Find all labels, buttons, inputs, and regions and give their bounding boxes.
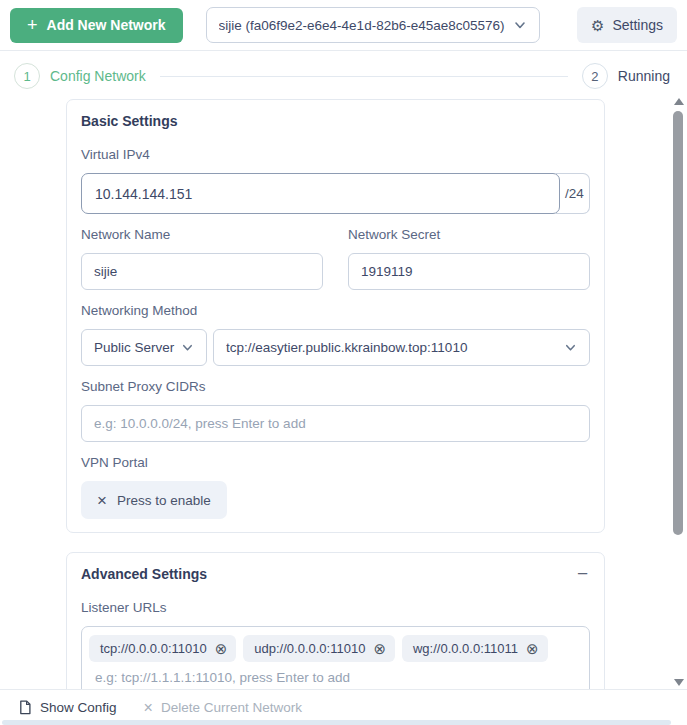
network-name-input[interactable] — [81, 253, 323, 290]
minus-icon: − — [577, 563, 588, 584]
vpn-portal-button-label: Press to enable — [117, 493, 211, 508]
vertical-scrollbar — [672, 94, 686, 689]
listener-chip-label: udp://0.0.0.0:11010 — [254, 641, 365, 656]
chevron-down-icon — [513, 18, 527, 32]
ipv4-prefix-addon: /24 — [556, 173, 590, 214]
top-toolbar: + Add New Network sijie (fa06f9e2-e6e4-4… — [0, 0, 687, 51]
network-secret-input[interactable] — [348, 253, 590, 290]
scroll-up-arrow-icon[interactable] — [674, 98, 684, 105]
remove-chip-icon[interactable]: ⊗ — [215, 641, 228, 656]
advanced-settings-card: Advanced Settings − Listener URLs tcp://… — [66, 552, 605, 689]
chevron-down-icon — [181, 341, 194, 354]
step1-label: Config Network — [50, 68, 146, 84]
listener-chip-label: wg://0.0.0.0:11011 — [413, 641, 518, 656]
delete-network-label: Delete Current Network — [161, 700, 302, 715]
listener-urls-chips-input[interactable]: tcp://0.0.0.0:11010 ⊗ udp://0.0.0.0:1101… — [81, 626, 590, 689]
advanced-settings-title: Advanced Settings — [81, 566, 207, 582]
step2-number: 2 — [582, 63, 608, 89]
listener-chip: tcp://0.0.0.0:11010 ⊗ — [89, 635, 236, 662]
footer-toolbar: Show Config × Delete Current Network — [0, 689, 687, 725]
plus-icon: + — [27, 16, 38, 34]
public-server-value: tcp://easytier.public.kkrainbow.top:1101… — [226, 340, 564, 355]
basic-settings-title: Basic Settings — [81, 113, 590, 129]
networking-method-label: Networking Method — [81, 303, 590, 318]
x-icon: × — [144, 700, 153, 716]
main-scroll-area: Basic Settings Virtual IPv4 /24 Network … — [0, 89, 687, 689]
gear-icon: ⚙ — [591, 18, 604, 33]
scroll-down-arrow-icon[interactable] — [674, 679, 684, 686]
subnet-proxy-label: Subnet Proxy CIDRs — [81, 379, 590, 394]
remove-chip-icon[interactable]: ⊗ — [373, 641, 386, 656]
virtual-ipv4-label: Virtual IPv4 — [81, 147, 590, 162]
chevron-down-icon — [564, 341, 577, 354]
listener-chip: udp://0.0.0.0:11010 ⊗ — [243, 635, 395, 662]
listener-urls-label: Listener URLs — [81, 600, 590, 615]
public-server-select[interactable]: tcp://easytier.public.kkrainbow.top:1101… — [213, 329, 590, 366]
horizontal-scrollbar-thumb[interactable] — [2, 720, 671, 725]
step-config-network[interactable]: 1 Config Network — [14, 63, 146, 89]
subnet-proxy-input[interactable] — [81, 405, 590, 442]
x-icon: × — [97, 492, 107, 509]
add-new-network-label: Add New Network — [47, 17, 166, 33]
stepper: 1 Config Network 2 Running — [0, 51, 687, 89]
listener-url-text-input[interactable] — [89, 670, 567, 685]
virtual-ipv4-input[interactable] — [81, 173, 560, 214]
config-file-icon — [18, 700, 32, 715]
networking-method-value: Public Server — [94, 340, 181, 355]
settings-button[interactable]: ⚙ Settings — [577, 7, 677, 43]
stepper-connector — [160, 76, 568, 77]
basic-settings-card: Basic Settings Virtual IPv4 /24 Network … — [66, 99, 605, 533]
listener-chip: wg://0.0.0.0:11011 ⊗ — [402, 635, 548, 662]
network-secret-label: Network Secret — [348, 227, 590, 242]
listener-chip-label: tcp://0.0.0.0:11010 — [100, 641, 207, 656]
step1-number: 1 — [14, 63, 40, 89]
delete-current-network-button[interactable]: × Delete Current Network — [144, 700, 302, 716]
show-config-label: Show Config — [40, 700, 117, 715]
show-config-button[interactable]: Show Config — [18, 700, 117, 715]
networking-method-select[interactable]: Public Server — [81, 329, 207, 366]
collapse-section-button[interactable]: − — [575, 569, 590, 579]
vpn-portal-enable-button[interactable]: × Press to enable — [81, 481, 227, 519]
vertical-scrollbar-thumb[interactable] — [673, 111, 683, 535]
vpn-portal-label: VPN Portal — [81, 455, 590, 470]
add-new-network-button[interactable]: + Add New Network — [10, 8, 183, 43]
virtual-ipv4-group: /24 — [81, 173, 590, 214]
step2-label: Running — [618, 68, 670, 84]
network-select-value: sijie (fa06f9e2-e6e4-4e1d-82b6-e45ae8c05… — [219, 18, 513, 33]
network-select[interactable]: sijie (fa06f9e2-e6e4-4e1d-82b6-e45ae8c05… — [206, 7, 540, 43]
network-name-label: Network Name — [81, 227, 323, 242]
settings-label: Settings — [612, 17, 663, 33]
remove-chip-icon[interactable]: ⊗ — [526, 641, 539, 656]
step-running[interactable]: 2 Running — [582, 63, 670, 89]
